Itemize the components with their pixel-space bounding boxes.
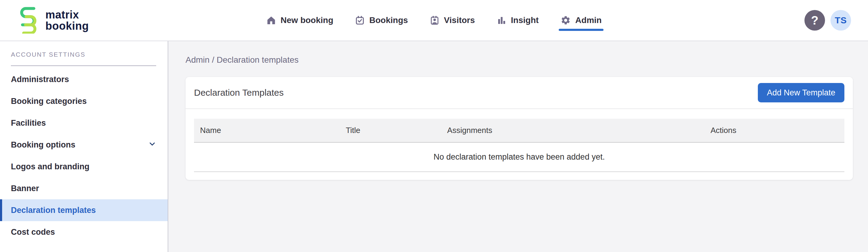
- sidebar-item-declaration-templates[interactable]: Declaration templates: [0, 199, 168, 221]
- sidebar: ACCOUNT SETTINGS Administrators Booking …: [0, 41, 168, 252]
- brand-logo[interactable]: matrix booking: [17, 6, 89, 35]
- sidebar-section-label: ACCOUNT SETTINGS: [11, 51, 157, 58]
- add-new-template-button[interactable]: Add New Template: [758, 83, 844, 102]
- topbar: matrix booking New booking Bookings: [0, 0, 868, 41]
- sidebar-item-facilities[interactable]: Facilities: [0, 112, 168, 134]
- sidebar-divider: [11, 65, 156, 66]
- nav-item-label: Bookings: [369, 16, 408, 25]
- column-header-assignments: Assignments: [441, 119, 602, 142]
- declaration-templates-panel: Declaration Templates Add New Template N…: [186, 77, 853, 180]
- topbar-actions: ? TS: [804, 10, 851, 31]
- panel-title: Declaration Templates: [194, 87, 284, 98]
- nav-item-insight[interactable]: Insight: [497, 16, 539, 25]
- gear-icon: [560, 15, 571, 25]
- user-avatar[interactable]: TS: [831, 10, 851, 31]
- calendar-check-icon: [355, 16, 365, 25]
- column-header-title: Title: [340, 119, 441, 142]
- empty-state-message: No declaration templates have been added…: [194, 142, 844, 172]
- avatar-initials: TS: [835, 15, 846, 25]
- nav-item-label: Visitors: [444, 16, 475, 25]
- templates-table: Name Title Assignments Actions No declar…: [194, 119, 844, 172]
- breadcrumb[interactable]: Admin / Declaration templates: [186, 55, 853, 65]
- nav-item-visitors[interactable]: Visitors: [430, 16, 475, 25]
- sidebar-item-banner[interactable]: Banner: [0, 177, 168, 199]
- question-mark-icon: ?: [811, 13, 818, 27]
- sidebar-item-booking-options[interactable]: Booking options: [0, 134, 168, 156]
- sidebar-item-logos-and-branding[interactable]: Logos and branding: [0, 156, 168, 177]
- help-button[interactable]: ?: [804, 10, 825, 31]
- nav-item-bookings[interactable]: Bookings: [355, 16, 408, 25]
- templates-table-wrapper: Name Title Assignments Actions No declar…: [186, 109, 853, 180]
- sidebar-item-booking-categories[interactable]: Booking categories: [0, 90, 168, 112]
- logo-glyph-icon: [17, 6, 40, 35]
- column-header-actions: Actions: [602, 119, 844, 142]
- home-icon: [266, 16, 276, 25]
- nav-item-new-booking[interactable]: New booking: [266, 16, 333, 25]
- nav-item-admin[interactable]: Admin: [560, 15, 602, 25]
- admin-active-underline: [559, 29, 603, 31]
- sidebar-menu: Administrators Booking categories Facili…: [0, 68, 168, 243]
- nav-item-label: Admin: [575, 16, 602, 25]
- empty-state-row: No declaration templates have been added…: [194, 142, 844, 172]
- bar-chart-icon: [497, 16, 506, 25]
- main-content: Admin / Declaration templates Declaratio…: [168, 41, 868, 252]
- visitor-badge-icon: [430, 16, 439, 25]
- brand-name: matrix booking: [45, 9, 89, 31]
- top-navigation: New booking Bookings: [266, 0, 602, 40]
- chevron-down-icon: [148, 140, 156, 150]
- nav-item-label: Insight: [511, 16, 539, 25]
- column-header-name: Name: [194, 119, 340, 142]
- sidebar-item-cost-codes[interactable]: Cost codes: [0, 221, 168, 243]
- table-header-row: Name Title Assignments Actions: [194, 119, 844, 142]
- nav-item-label: New booking: [281, 16, 333, 25]
- panel-header: Declaration Templates Add New Template: [186, 77, 853, 109]
- sidebar-item-administrators[interactable]: Administrators: [0, 68, 168, 90]
